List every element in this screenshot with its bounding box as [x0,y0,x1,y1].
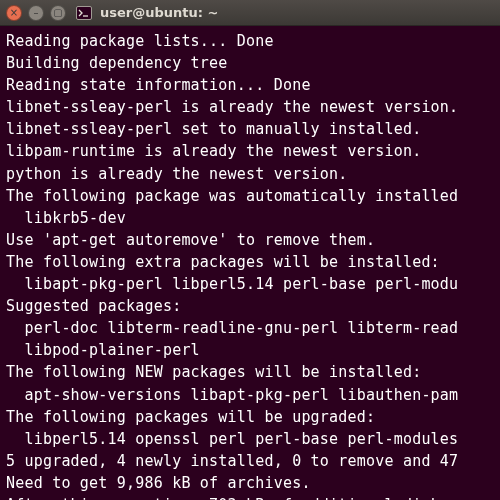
terminal-line: Reading package lists... Done [6,32,274,50]
terminal-line: perl-doc libterm-readline-gnu-perl libte… [6,319,458,337]
terminal-line: libkrb5-dev [6,209,126,227]
svg-rect-0 [77,6,92,19]
terminal-line: The following package was automatically … [6,187,458,205]
terminal-window: × – ▢ user@ubuntu: ~ Reading package lis… [0,0,500,500]
terminal-line: The following NEW packages will be insta… [6,363,421,381]
window-title: user@ubuntu: ~ [100,5,218,20]
terminal-line: Suggested packages: [6,297,181,315]
terminal-line: Reading state information... Done [6,76,311,94]
terminal-line: libpam-runtime is already the newest ver… [6,142,421,160]
terminal-line: Need to get 9,986 kB of archives. [6,474,311,492]
minimize-button[interactable]: – [28,5,44,21]
terminal-line: 5 upgraded, 4 newly installed, 0 to remo… [6,452,458,470]
terminal-line: libnet-ssleay-perl is already the newest… [6,98,458,116]
terminal-line: apt-show-versions libapt-pkg-perl libaut… [6,386,458,404]
close-icon: × [10,8,18,18]
terminal-line: libapt-pkg-perl libperl5.14 perl-base pe… [6,275,458,293]
terminal-line: The following packages will be upgraded: [6,408,375,426]
terminal-line: libpod-plainer-perl [6,341,200,359]
terminal-line: After this operation, 703 kB of addition… [6,496,458,500]
terminal-line: python is already the newest version. [6,165,348,183]
terminal-line: libnet-ssleay-perl set to manually insta… [6,120,421,138]
maximize-button[interactable]: ▢ [50,5,66,21]
terminal-icon [76,5,92,21]
terminal-line: Use 'apt-get autoremove' to remove them. [6,231,375,249]
terminal-line: libperl5.14 openssl perl perl-base perl-… [6,430,458,448]
minimize-icon: – [34,8,39,18]
close-button[interactable]: × [6,5,22,21]
terminal-line: Building dependency tree [6,54,228,72]
window-titlebar[interactable]: × – ▢ user@ubuntu: ~ [0,0,500,26]
terminal-body[interactable]: Reading package lists... Done Building d… [0,26,500,500]
terminal-line: The following extra packages will be ins… [6,253,440,271]
maximize-icon: ▢ [53,8,62,18]
